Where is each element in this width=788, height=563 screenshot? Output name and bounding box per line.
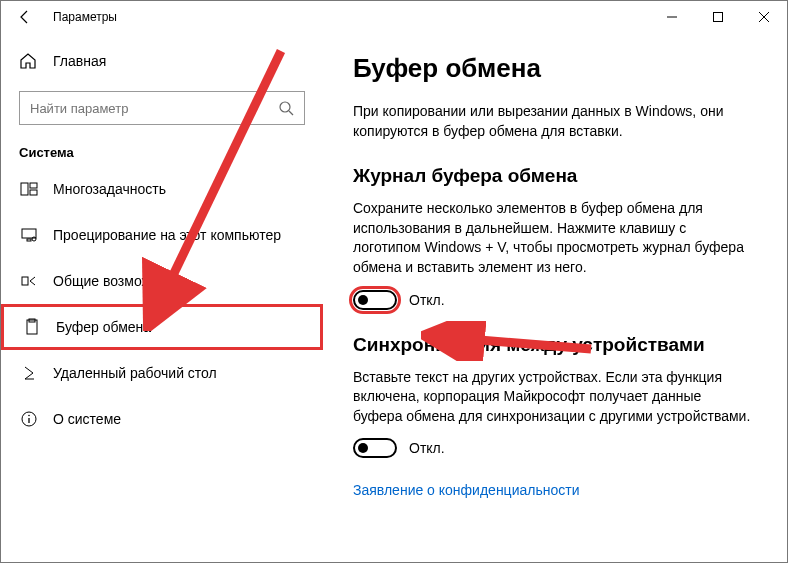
titlebar: Параметры [1, 1, 787, 33]
sidebar-item-label: Многозадачность [53, 181, 166, 197]
minimize-button[interactable] [649, 1, 695, 33]
history-toggle-label: Откл. [409, 292, 445, 308]
shared-icon [19, 271, 39, 291]
history-toggle-row: Откл. [353, 290, 753, 310]
nav-list: Многозадачность Проецирование на этот ко… [1, 166, 323, 442]
history-toggle[interactable] [353, 290, 397, 310]
sidebar-item-label: Общие возможности [53, 273, 188, 289]
intro-text: При копировании или вырезании данных в W… [353, 102, 753, 141]
home-button[interactable]: Главная [1, 41, 323, 81]
svg-rect-8 [30, 190, 37, 195]
body: Главная Система Многозадачность [1, 33, 787, 562]
svg-rect-7 [30, 183, 37, 188]
sidebar-item-label: О системе [53, 411, 121, 427]
sidebar: Главная Система Многозадачность [1, 33, 323, 562]
page-title: Буфер обмена [353, 53, 753, 84]
section-history-desc: Сохраните несколько элементов в буфер об… [353, 199, 753, 277]
home-icon [19, 52, 37, 70]
content-panel: Буфер обмена При копировании или вырезан… [323, 33, 787, 562]
info-icon [19, 409, 39, 429]
svg-point-17 [28, 415, 30, 417]
sidebar-item-remote-desktop[interactable]: Удаленный рабочий стол [1, 350, 323, 396]
svg-line-5 [289, 111, 293, 115]
maximize-button[interactable] [695, 1, 741, 33]
sync-toggle-label: Откл. [409, 440, 445, 456]
sidebar-item-shared[interactable]: Общие возможности [1, 258, 323, 304]
group-label: Система [1, 137, 323, 166]
window-title: Параметры [53, 10, 117, 24]
window-controls [649, 1, 787, 33]
sync-toggle[interactable] [353, 438, 397, 458]
sidebar-item-clipboard[interactable]: Буфер обмена [1, 304, 323, 350]
svg-rect-1 [714, 13, 723, 22]
multitasking-icon [19, 179, 39, 199]
sidebar-item-label: Буфер обмена [56, 319, 151, 335]
sidebar-item-label: Удаленный рабочий стол [53, 365, 217, 381]
close-button[interactable] [741, 1, 787, 33]
section-sync-desc: Вставьте текст на других устройствах. Ес… [353, 368, 753, 427]
search-input[interactable] [30, 101, 278, 116]
section-sync-title: Синхронизация между устройствами [353, 334, 753, 356]
search-box[interactable] [19, 91, 305, 125]
clipboard-icon [22, 317, 42, 337]
svg-rect-6 [21, 183, 28, 195]
sidebar-item-about[interactable]: О системе [1, 396, 323, 442]
svg-rect-10 [27, 239, 31, 241]
svg-rect-12 [22, 277, 28, 285]
sidebar-item-multitasking[interactable]: Многозадачность [1, 166, 323, 212]
home-label: Главная [53, 53, 106, 69]
remote-desktop-icon [19, 363, 39, 383]
privacy-link[interactable]: Заявление о конфиденциальности [353, 482, 753, 498]
svg-point-4 [280, 102, 290, 112]
sidebar-item-projecting[interactable]: Проецирование на этот компьютер [1, 212, 323, 258]
back-button[interactable] [15, 7, 35, 27]
sync-toggle-row: Откл. [353, 438, 753, 458]
search-icon [278, 100, 294, 116]
settings-window: Параметры Главная [0, 0, 788, 563]
section-history-title: Журнал буфера обмена [353, 165, 753, 187]
projecting-icon [19, 225, 39, 245]
sidebar-item-label: Проецирование на этот компьютер [53, 227, 281, 243]
